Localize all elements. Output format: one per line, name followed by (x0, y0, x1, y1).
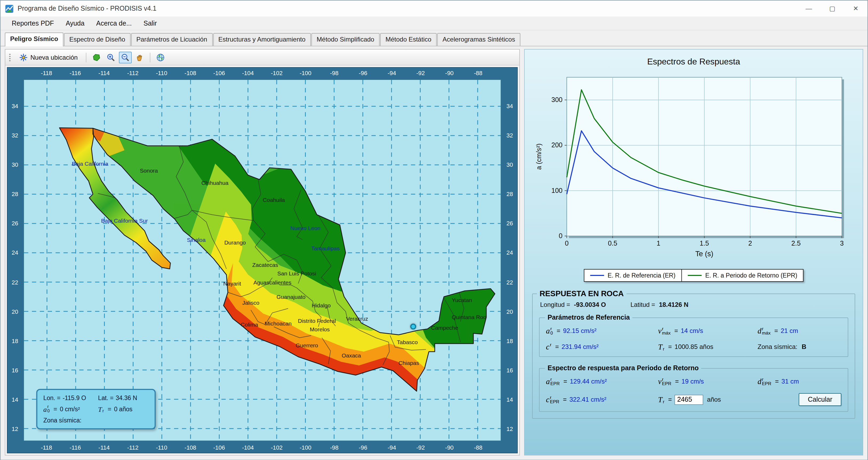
espectro-epr-grid: arEPR=129.44 cm/s²vrEPR=19 cm/sdrEPR=31 … (545, 375, 842, 406)
toolbar-separator (86, 53, 86, 62)
lon-tick-label: -96 (359, 70, 367, 76)
minimize-button[interactable]: — (797, 1, 820, 17)
info-lon-label: Lon. = (43, 395, 61, 401)
nueva-ubicacion-label: Nueva ubicación (30, 54, 78, 61)
toolbar-grip[interactable] (8, 53, 11, 62)
lat-tick-label: 14 (7, 397, 22, 403)
menu-salir[interactable]: Salir (137, 17, 163, 29)
globe-icon (156, 53, 164, 62)
lat-tick-label: 12 (502, 426, 517, 432)
response-spectra-chart: 00.511.522.530100200300Te (s)a (cm/s²) (534, 68, 854, 264)
close-button[interactable]: ✕ (844, 1, 867, 17)
longitud-label: Longitud = (540, 301, 570, 308)
calcular: Calcular (757, 393, 841, 406)
calcular-button[interactable]: Calcular (799, 393, 841, 406)
chart-area: 00.511.522.530100200300Te (s)a (cm/s²) (534, 68, 854, 264)
maximize-button[interactable]: ▢ (820, 1, 844, 17)
parametros-referencia-grid: ar0=92.15 cm/s²vrmáx=14 cm/sdrmáx=21 cmc… (545, 324, 842, 351)
svg-text:2.5: 2.5 (792, 239, 801, 247)
info-tr-value: 0 años (114, 406, 132, 412)
lat-tick-label: 24 (502, 250, 517, 256)
lon-tick-label: -104 (242, 70, 254, 76)
results-panel: Espectros de Respuesta 00.511.522.530100… (524, 49, 863, 455)
t-symbol: T (98, 406, 102, 413)
parametros-referencia-group: Parámetros de Referencia ar0=92.15 cm/s²… (539, 314, 848, 357)
svg-text:300: 300 (551, 96, 562, 103)
lon-tick-label: -108 (184, 444, 196, 451)
espectro-epr-group: Espectro de respuesta para Periodo de Re… (539, 364, 848, 412)
lat-tick-label: 16 (7, 367, 22, 373)
svg-text:0: 0 (565, 239, 569, 247)
tab-parametros-de-licuacion[interactable]: Parámetros de Licuación (131, 33, 213, 46)
lon-tick-label: -106 (213, 444, 225, 451)
tab-estructuras-y-amortiguamiento[interactable]: Estructuras y Amortiguamiento (213, 33, 311, 46)
tab-bar: Peligro Sísmico Espectro de Diseño Parám… (1, 30, 867, 46)
tab-metodo-estatico[interactable]: Método Estático (380, 33, 437, 46)
a0-referencia: ar0=92.15 cm/s² (546, 327, 655, 335)
lat-tick-label: 30 (7, 161, 22, 168)
zoom-out-button[interactable] (119, 52, 131, 63)
chart-title: Espectros de Respuesta (532, 57, 855, 67)
c-epr: crEPR=322.41 cm/s² (546, 395, 655, 404)
chart-legend: E. R. de Referencia (ER) E. R. a Periodo… (584, 269, 804, 282)
tab-acelerogramas-sinteticos[interactable]: Acelerogramas Sintéticos (437, 33, 520, 46)
pan-button[interactable] (133, 52, 146, 63)
svg-text:100: 100 (551, 187, 562, 194)
menu-acerca-de[interactable]: Acerca de... (90, 17, 137, 29)
zoom-in-button[interactable] (104, 52, 117, 63)
lat-tick-label: 22 (7, 279, 22, 285)
parametros-referencia-title: Parámetros de Referencia (545, 314, 632, 321)
lon-tick-label: -88 (474, 70, 483, 76)
window-title: Programa de Diseño Sísmico - PRODISIS v4… (18, 5, 156, 12)
lat-tick-label: 18 (7, 338, 22, 344)
tab-peligro-sismico[interactable]: Peligro Sísmico (5, 32, 63, 46)
lon-tick-label: -100 (300, 70, 311, 76)
svg-text:Te (s): Te (s) (695, 250, 713, 258)
info-box-row-zona: Zona sísmica: (43, 417, 149, 424)
lon-tick-label: -114 (98, 444, 110, 451)
menu-ayuda[interactable]: Ayuda (60, 17, 90, 29)
svg-text:0: 0 (559, 232, 562, 239)
legend-label-er: E. R. de Referencia (ER) (608, 272, 675, 278)
prodisis-app: Programa de Diseño Sísmico - PRODISIS v4… (0, 0, 868, 460)
menu-bar: Reportes PDF Ayuda Acerca de... Salir (1, 17, 867, 30)
lat-tick-label: 34 (7, 103, 22, 109)
lat-tick-label: 12 (7, 426, 22, 432)
lon-tick-label: -94 (388, 444, 396, 451)
target-coordinates-row: Longitud = -93.0034 O Latitud = 18.4126 … (540, 301, 848, 308)
tr-referencia: Tr=1000.85 años (658, 342, 754, 351)
lon-tick-label: -92 (416, 444, 425, 451)
map-canvas[interactable]: Lon. = -115.9 O Lat. = 34.36 N ar0= (24, 79, 501, 441)
lon-tick-label: -112 (127, 444, 138, 451)
menu-reportes-pdf[interactable]: Reportes PDF (6, 17, 60, 29)
lon-tick-label: -106 (213, 70, 225, 76)
lat-tick-label: 24 (7, 250, 22, 256)
window-controls: — ▢ ✕ (797, 1, 867, 17)
full-extent-button[interactable] (90, 52, 103, 63)
lon-tick-label: -102 (271, 70, 283, 76)
lon-tick-label: -116 (69, 70, 81, 76)
tab-metodo-simplificado[interactable]: Método Simplificado (311, 33, 380, 46)
svg-text:1.5: 1.5 (700, 239, 709, 247)
lon-tick-label: -94 (388, 70, 396, 76)
map-frame: Lon. = -115.9 O Lat. = 34.36 N ar0= (7, 67, 518, 453)
a-symbol: a (43, 406, 46, 413)
lon-tick-label: -118 (41, 70, 52, 76)
nueva-ubicacion-button[interactable]: Nueva ubicación (15, 51, 82, 64)
periodo-retorno-input[interactable] (675, 394, 703, 404)
zona-sismica: Zona sísmica:B (757, 343, 841, 351)
mexico-seismic-map[interactable] (24, 80, 501, 440)
respuesta-en-roca-title: RESPUESTA EN ROCA (537, 289, 626, 298)
full-extent-icon (92, 53, 100, 62)
svg-text:3: 3 (840, 239, 844, 247)
lon-tick-label: -92 (416, 70, 425, 76)
svg-text:1: 1 (657, 239, 660, 247)
title-bar[interactable]: Programa de Diseño Sísmico - PRODISIS v4… (1, 1, 867, 17)
info-lat-value: 34.36 N (116, 395, 137, 401)
tab-espectro-de-diseno[interactable]: Espectro de Diseño (64, 33, 130, 46)
er-line-swatch (590, 275, 604, 276)
latitud-value: 18.4126 N (659, 301, 689, 308)
lon-tick-label: -112 (127, 70, 138, 76)
lon-tick-label: -100 (300, 444, 311, 451)
globe-button[interactable] (154, 52, 166, 63)
